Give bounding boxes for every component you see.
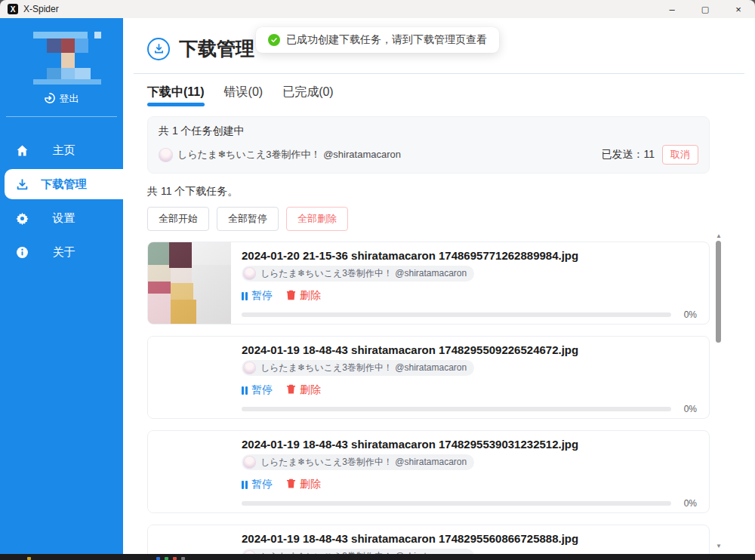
download-task-list: 2024-01-20 21-15-36 shiratamacaron 17486… [147, 242, 710, 554]
toast-message: 已成功创建下载任务，请到下载管理页查看 [286, 33, 487, 47]
app-logo-icon: X [8, 4, 18, 14]
sidebar-item-about[interactable]: 关于 [5, 237, 123, 267]
task-filename: 2024-01-20 21-15-36 shiratamacaron 17486… [242, 249, 697, 263]
progress-percent: 0% [679, 498, 697, 509]
trash-icon [286, 478, 296, 491]
page-title: 下载管理 [179, 36, 254, 61]
download-task-card: 2024-01-19 18-48-43 shiratamacaron 17482… [147, 430, 710, 513]
task-creation-panel: 共 1 个任务创建中 しらたま❄ちいこえ3巻制作中！ @shiratamacar… [147, 116, 710, 174]
task-thumbnail [148, 242, 231, 324]
app-window: X X-Spider – ▢ × 登出 [0, 0, 755, 560]
trash-icon [286, 290, 296, 303]
task-thumbnail-placeholder [148, 525, 231, 554]
pause-all-button[interactable]: 全部暂停 [217, 207, 279, 231]
success-check-icon [268, 34, 280, 46]
delete-all-button[interactable]: 全部删除 [286, 207, 348, 231]
creation-user: しらたま❄ちいこえ3巻制作中！ @shiratamacaron [159, 148, 401, 162]
sent-count: 已发送：11 [601, 148, 655, 162]
progress-bar [242, 501, 671, 506]
taskbar-sliver [0, 554, 755, 560]
user-avatar [243, 267, 256, 280]
trash-icon [286, 384, 296, 397]
progress-bar [242, 312, 671, 317]
sidebar-item-home[interactable]: 主页 [5, 135, 123, 165]
user-avatar [159, 148, 173, 162]
user-badge: しらたま❄ちいこえ3巻制作中！ @shiratamacaron [242, 266, 474, 282]
active-tab-underline [147, 103, 205, 106]
user-avatar-blurred [18, 27, 106, 83]
tab-errors[interactable]: 错误(0) [224, 85, 263, 100]
task-filename: 2024-01-19 18-48-43 shiratamacaron 17482… [242, 532, 697, 546]
sidebar-item-settings[interactable]: 设置 [5, 203, 123, 233]
task-thumbnail-placeholder [148, 337, 231, 418]
cancel-button[interactable]: 取消 [662, 145, 698, 165]
tab-completed[interactable]: 已完成(0) [282, 85, 334, 100]
title-bar: X X-Spider – ▢ × [0, 0, 755, 18]
success-toast: 已成功创建下载任务，请到下载管理页查看 [256, 27, 499, 53]
gear-icon [15, 211, 29, 225]
scrollbar-thumb[interactable] [716, 241, 721, 343]
user-badge: しらたま❄ちいこえ3巻制作中！ @shiratamacaron [242, 454, 474, 470]
logout-button[interactable]: 登出 [0, 92, 123, 106]
user-avatar [243, 362, 256, 374]
pause-icon [242, 386, 248, 395]
scroll-down-icon[interactable]: ▼ [714, 542, 723, 549]
maximize-button[interactable]: ▢ [689, 0, 722, 18]
progress-percent: 0% [679, 309, 697, 320]
logout-label: 登出 [60, 92, 79, 106]
logout-icon [45, 93, 55, 106]
header-divider [134, 73, 744, 74]
delete-button[interactable]: 删除 [286, 383, 321, 397]
list-scrollbar[interactable]: ▲ ▼ [714, 232, 723, 549]
minimize-button[interactable]: – [655, 0, 689, 18]
close-button[interactable]: × [722, 0, 755, 18]
sidebar-item-downloads[interactable]: 下载管理 [5, 169, 123, 199]
tab-bar: 下载中(11) 错误(0) 已完成(0) [147, 85, 755, 106]
user-badge: しらたま❄ちいこえ3巻制作中！ @shiratamacaron [242, 360, 474, 376]
window-title: X-Spider [23, 4, 59, 14]
scroll-up-icon[interactable]: ▲ [714, 232, 723, 239]
download-task-card: 2024-01-19 18-48-43 shiratamacaron 17482… [147, 525, 710, 554]
download-icon [15, 177, 29, 191]
pause-button[interactable]: 暂停 [242, 289, 273, 303]
info-icon [15, 245, 29, 259]
start-all-button[interactable]: 全部开始 [147, 207, 209, 231]
delete-button[interactable]: 删除 [286, 289, 321, 303]
home-icon [15, 143, 29, 157]
pause-button[interactable]: 暂停 [242, 478, 273, 491]
bulk-actions-bar: 全部开始 全部暂停 全部删除 [147, 207, 755, 231]
download-manager-icon [147, 38, 170, 60]
pause-icon [242, 481, 248, 489]
task-count-summary: 共 11 个下载任务。 [147, 185, 755, 198]
delete-button[interactable]: 删除 [286, 478, 321, 491]
user-badge: しらたま❄ちいこえ3巻制作中！ @shiratamacaron [242, 549, 474, 554]
download-task-card: 2024-01-20 21-15-36 shiratamacaron 17486… [147, 242, 710, 325]
pause-icon [242, 292, 248, 300]
sidebar: 登出 主页 下载管理 [0, 18, 123, 554]
task-thumbnail-placeholder [148, 431, 231, 512]
creation-summary: 共 1 个任务创建中 [159, 125, 698, 138]
task-filename: 2024-01-19 18-48-43 shiratamacaron 17482… [242, 438, 697, 451]
main-content: 下载管理 下载中(11) 错误(0) 已完成(0) 共 1 个任务创建中 [123, 18, 755, 554]
user-avatar [243, 456, 256, 469]
progress-percent: 0% [679, 404, 697, 414]
download-task-card: 2024-01-19 18-48-43 shiratamacaron 17482… [147, 336, 710, 419]
tab-downloading[interactable]: 下载中(11) [147, 85, 205, 106]
sidebar-divider [6, 116, 117, 117]
progress-bar [242, 407, 671, 411]
task-filename: 2024-01-19 18-48-43 shiratamacaron 17482… [242, 343, 697, 357]
pause-button[interactable]: 暂停 [242, 383, 273, 397]
